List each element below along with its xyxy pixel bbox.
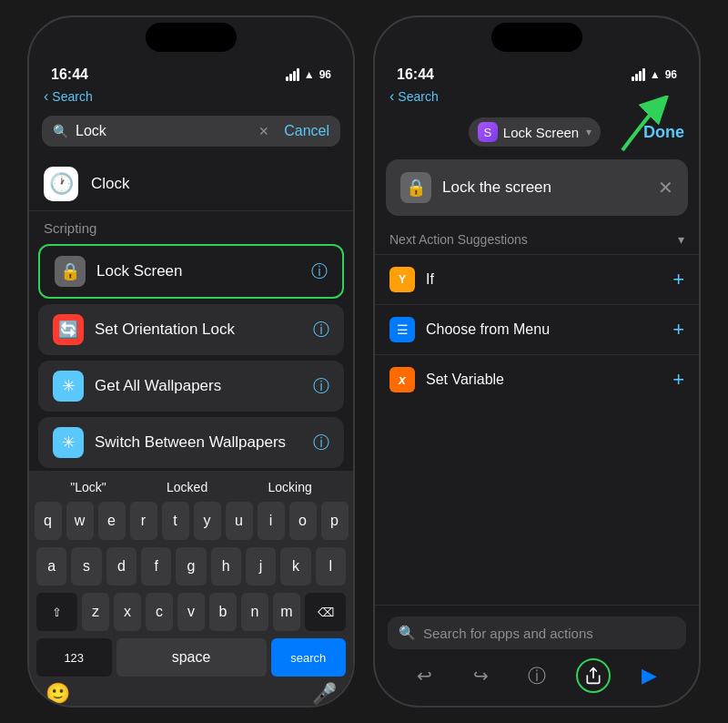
key-z[interactable]: z <box>82 593 109 631</box>
key-e[interactable]: e <box>98 502 126 540</box>
phone-right: 16:44 ▲ 96 ‹ Search S Lock Screen ▾ Done <box>373 15 701 708</box>
key-q[interactable]: q <box>35 502 62 540</box>
signal-icon-right <box>632 68 645 81</box>
suggestions-chevron-icon[interactable]: ▾ <box>678 232 684 247</box>
wallpapers-info-icon[interactable]: ⓘ <box>313 375 329 397</box>
key-i[interactable]: i <box>258 502 285 540</box>
suggestion-lock[interactable]: "Lock" <box>70 480 106 494</box>
key-b[interactable]: b <box>209 593 237 631</box>
info-button[interactable]: ⓘ <box>520 658 554 693</box>
set-variable-icon: x <box>389 367 415 392</box>
emoji-icon[interactable]: 🙂 <box>46 682 70 706</box>
close-action-icon[interactable]: ✕ <box>658 177 673 199</box>
search-input[interactable]: Lock <box>76 123 251 139</box>
orientation-info-icon[interactable]: ⓘ <box>313 319 329 341</box>
lock-screen-item[interactable]: 🔒 Lock Screen ⓘ <box>38 244 344 299</box>
set-variable-plus-icon[interactable]: + <box>672 368 684 392</box>
get-wallpapers-item[interactable]: ✳ Get All Wallpapers ⓘ <box>38 361 344 412</box>
key-n[interactable]: n <box>241 593 268 631</box>
choose-menu-plus-icon[interactable]: + <box>672 318 684 341</box>
key-s[interactable]: s <box>71 547 101 586</box>
lock-screen-left: 🔒 Lock Screen <box>55 256 183 287</box>
signal-icon <box>286 68 299 81</box>
back-label-left: Search <box>52 89 92 104</box>
bottom-search-icon: 🔍 <box>399 625 416 641</box>
orientation-lock-label: Set Orientation Lock <box>95 321 235 339</box>
key-suggestions: "Lock" Locked Locking <box>33 476 349 502</box>
clock-label: Clock <box>91 175 130 193</box>
key-v[interactable]: v <box>177 593 205 631</box>
key-c[interactable]: c <box>146 593 173 631</box>
key-r[interactable]: r <box>130 502 157 540</box>
key-j[interactable]: j <box>246 547 276 586</box>
emoji-mic-row: 🙂 🎤 <box>33 677 349 706</box>
get-wallpapers-label: Get All Wallpapers <box>95 377 221 395</box>
key-shift[interactable]: ⇧ <box>36 593 77 631</box>
play-button[interactable]: ▶ <box>632 658 666 693</box>
key-d[interactable]: d <box>106 547 136 586</box>
battery-right: 96 <box>665 68 677 81</box>
key-t[interactable]: t <box>162 502 189 540</box>
mic-icon[interactable]: 🎤 <box>312 682 337 706</box>
lock-the-screen-icon: 🔒 <box>400 172 431 203</box>
key-a[interactable]: a <box>36 547 66 586</box>
set-variable-label: Set Variable <box>426 372 504 388</box>
key-f[interactable]: f <box>141 547 171 586</box>
bottom-toolbar: ↩ ↪ ⓘ ▶ <box>388 649 686 697</box>
search-clear-icon[interactable]: ✕ <box>258 124 269 138</box>
share-button[interactable] <box>576 658 611 693</box>
back-nav-left[interactable]: ‹ Search <box>29 87 353 110</box>
key-k[interactable]: k <box>280 547 310 586</box>
phone-left: 16:44 ▲ 96 ‹ Search 🔍 Lock ✕ Cancel 🕐 Cl… <box>27 15 355 708</box>
suggestion-locking[interactable]: Locking <box>268 480 312 494</box>
key-w[interactable]: w <box>66 502 94 540</box>
key-u[interactable]: u <box>226 502 253 540</box>
key-l[interactable]: l <box>316 547 346 586</box>
dynamic-island-left <box>146 23 237 52</box>
key-123[interactable]: 123 <box>36 638 112 677</box>
lock-screen-label: Lock Screen <box>96 262 183 280</box>
switch-wallpapers-item[interactable]: ✳ Switch Between Wallpapers ⓘ <box>38 417 344 468</box>
key-row-4: 123 space search <box>36 638 346 677</box>
key-search[interactable]: search <box>271 638 347 677</box>
lock-screen-info-icon[interactable]: ⓘ <box>311 260 328 282</box>
suggestion-locked[interactable]: Locked <box>167 480 207 494</box>
dynamic-island-right <box>491 23 582 52</box>
status-bar-right: 16:44 ▲ 96 <box>375 54 699 87</box>
set-orientation-lock-item[interactable]: 🔄 Set Orientation Lock ⓘ <box>38 304 344 355</box>
key-y[interactable]: y <box>194 502 221 540</box>
key-space[interactable]: space <box>116 638 267 677</box>
undo-button[interactable]: ↩ <box>408 658 442 693</box>
suggestion-if[interactable]: Y If + <box>375 254 699 304</box>
battery-left: 96 <box>319 68 331 81</box>
key-p[interactable]: p <box>321 502 349 540</box>
arrow-annotation <box>604 96 677 163</box>
bottom-search-area: 🔍 Search for apps and actions ↩ ↪ ⓘ ▶ <box>375 605 699 706</box>
suggestion-set-variable[interactable]: x Set Variable + <box>375 354 699 404</box>
cancel-button[interactable]: Cancel <box>284 123 329 139</box>
lock-screen-card[interactable]: 🔒 Lock the screen ✕ <box>386 159 688 216</box>
suggestions-label: Next Action Suggestions <box>389 232 528 247</box>
key-o[interactable]: o <box>289 502 317 540</box>
switch-wallpapers-icon: ✳ <box>53 427 84 458</box>
switch-wallpapers-info-icon[interactable]: ⓘ <box>313 432 329 453</box>
key-x[interactable]: x <box>114 593 141 631</box>
key-rows: q w e r t y u i o p a s d f g <box>33 502 349 677</box>
if-plus-icon[interactable]: + <box>672 268 684 291</box>
bottom-search-bar[interactable]: 🔍 Search for apps and actions <box>388 616 686 649</box>
key-g[interactable]: g <box>176 547 206 586</box>
key-m[interactable]: m <box>273 593 300 631</box>
key-row-3: ⇧ z x c v b n m ⌫ <box>36 593 346 631</box>
search-bar[interactable]: 🔍 Lock ✕ Cancel <box>42 116 340 147</box>
wallpapers-icon: ✳ <box>53 371 84 402</box>
status-icons-right: ▲ 96 <box>632 68 677 81</box>
shortcut-title[interactable]: S Lock Screen ▾ <box>469 117 601 147</box>
wifi-icon-right: ▲ <box>650 68 661 81</box>
key-h[interactable]: h <box>211 547 241 586</box>
redo-button[interactable]: ↪ <box>463 658 498 693</box>
switch-wallpapers-label: Switch Between Wallpapers <box>95 433 286 452</box>
clock-item[interactable]: 🕐 Clock <box>29 158 353 211</box>
back-arrow-left: ‹ <box>44 88 48 105</box>
suggestion-choose-menu[interactable]: ☰ Choose from Menu + <box>375 304 699 354</box>
key-backspace[interactable]: ⌫ <box>305 593 346 631</box>
